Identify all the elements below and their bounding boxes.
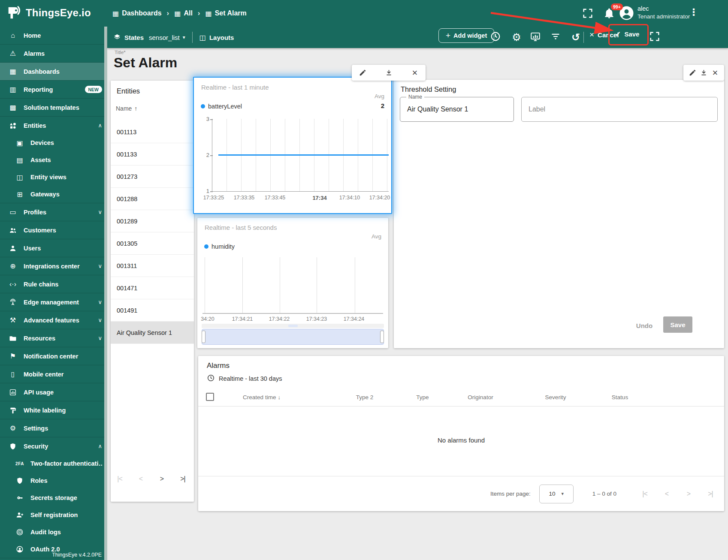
sidebar-item-home[interactable]: ⌂Home <box>0 27 107 44</box>
sidebar-item-profiles[interactable]: ▭Profiles∨ <box>0 203 107 221</box>
last-page-button[interactable]: >| <box>705 490 716 498</box>
threshold-label-input[interactable] <box>529 97 711 121</box>
state-caret-icon[interactable]: ▾ <box>183 34 185 40</box>
next-page-button[interactable]: > <box>156 475 167 483</box>
sidebar-item-advanced-features[interactable]: ⚒Advanced features∨ <box>0 311 107 329</box>
breadcrumb-item-set-alarm[interactable]: ▦Set Alarm <box>205 9 247 18</box>
edit-widget-pencil-icon[interactable] <box>358 68 367 78</box>
prev-page-button[interactable]: < <box>662 490 672 498</box>
sidebar-item-api-usage[interactable]: API usage <box>0 383 107 401</box>
chart2-range-slider[interactable] <box>202 329 384 345</box>
filters-button[interactable] <box>549 31 562 44</box>
breadcrumb-separator-icon: › <box>167 9 169 18</box>
battery-level-chart-widget[interactable]: Realtime - last 1 minute Avg batteryLeve… <box>193 77 392 214</box>
sidebar-item-customers[interactable]: Customers <box>0 221 107 239</box>
last-page-button[interactable]: >| <box>177 475 188 483</box>
alarms-column-type-2[interactable]: Type 2 <box>356 394 374 400</box>
timewindow-clock-button[interactable] <box>489 31 502 44</box>
entity-aliases-button[interactable] <box>529 31 542 44</box>
first-page-button[interactable]: |< <box>114 475 125 483</box>
breadcrumb-item-dashboards[interactable]: ▦Dashboards <box>112 9 162 18</box>
state-select[interactable]: sensor_list <box>149 34 180 41</box>
entity-row-001289[interactable]: 001289 <box>111 210 194 232</box>
export-widget-download-icon[interactable] <box>699 68 709 78</box>
threshold-save-button[interactable]: Save <box>663 316 692 333</box>
select-all-checkbox[interactable] <box>206 393 214 401</box>
export-widget-download-icon[interactable] <box>384 68 393 78</box>
layouts-button[interactable]: Layouts <box>209 34 234 41</box>
alarms-column-originator[interactable]: Originator <box>468 394 493 400</box>
alarms-column-created-time[interactable]: Created time↓ <box>243 394 281 400</box>
save-button[interactable]: ✓ Save <box>615 30 639 38</box>
entity-row-001273[interactable]: 001273 <box>111 166 194 188</box>
sidebar-item-two-factor-authenticati[interactable]: 2FATwo-factor authenticati… <box>0 455 107 472</box>
chevron-up-icon: ∧ <box>98 122 102 129</box>
alarms-column-severity[interactable]: Severity <box>545 394 566 400</box>
sidebar-item-assets[interactable]: ▤Assets <box>0 151 107 169</box>
first-page-button[interactable]: |< <box>640 490 650 498</box>
prev-page-button[interactable]: < <box>135 475 146 483</box>
remove-widget-close-icon[interactable]: × <box>710 68 720 78</box>
sidebar-item-solution-templates[interactable]: ▩Solution templates <box>0 99 107 116</box>
sidebar-item-label: Entities <box>24 122 95 129</box>
kebab-menu-icon[interactable]: ⋮ <box>689 7 698 18</box>
sidebar-item-integrations-center[interactable]: ⊕Integrations center∨ <box>0 257 107 275</box>
sidebar-item-notification-center[interactable]: ⚑Notification center <box>0 347 107 365</box>
sidebar-scrollbar[interactable] <box>104 27 107 560</box>
sidebar-item-gateways[interactable]: ⊞Gateways <box>0 186 107 203</box>
entity-row-001471[interactable]: 001471 <box>111 277 194 299</box>
sidebar-item-entity-views[interactable]: ◫Entity views <box>0 169 107 186</box>
sidebar-item-roles[interactable]: Roles <box>0 472 107 489</box>
entity-row-001491[interactable]: 001491 <box>111 299 194 322</box>
entity-row-air-quality-sensor-1[interactable]: Air Quality Sensor 1 <box>111 322 194 344</box>
threshold-name-input[interactable] <box>407 97 507 121</box>
breadcrumb-item-all[interactable]: ▦All <box>174 9 193 18</box>
sidebar-item-secrets-storage[interactable]: Secrets storage <box>0 489 107 506</box>
sidebar-item-reporting[interactable]: ▥ReportingNEW <box>0 81 107 98</box>
chart2-legend[interactable]: humidity <box>204 243 235 250</box>
add-widget-button[interactable]: + Add widget <box>438 28 494 43</box>
chart1-xtick: 17:33:45 <box>265 195 286 201</box>
sidebar-item-white-labeling[interactable]: White labeling <box>0 401 107 419</box>
alarms-timewindow-button[interactable]: Realtime - last 30 days <box>207 374 282 383</box>
sidebar-item-audit-logs[interactable]: Audit logs <box>0 524 107 541</box>
humidity-chart-widget[interactable]: Realtime - last 5 seconds Avg humidity 3… <box>197 218 388 348</box>
sidebar-item-alarms[interactable]: ⚠Alarms <box>0 45 107 62</box>
exit-fullscreen-icon[interactable] <box>582 7 594 19</box>
sidebar-item-users[interactable]: Users <box>0 239 107 257</box>
sidebar-item-devices[interactable]: ▣Devices <box>0 134 107 151</box>
range-slider-right-handle[interactable] <box>380 331 384 343</box>
items-per-page-select[interactable]: 10 ▾ <box>539 485 574 503</box>
cancel-button[interactable]: × Cancel <box>589 30 619 39</box>
entity-row-001133[interactable]: 001133 <box>111 143 194 166</box>
alarms-column-status[interactable]: Status <box>612 394 628 400</box>
app-logo[interactable]: ThingsEye.io <box>6 5 91 21</box>
entity-row-001288[interactable]: 001288 <box>111 188 194 210</box>
entity-row-001113[interactable]: 001113 <box>111 121 194 143</box>
dashboard-title[interactable]: Set Alarm <box>114 55 177 71</box>
sidebar-item-settings[interactable]: ⚙Settings <box>0 419 107 437</box>
next-page-button[interactable]: > <box>683 490 694 498</box>
threshold-undo-button[interactable]: Undo <box>629 318 660 333</box>
sidebar-item-mobile-center[interactable]: ▯Mobile center <box>0 365 107 383</box>
fullscreen-button[interactable] <box>649 30 661 42</box>
range-slider-left-handle[interactable] <box>202 331 205 343</box>
sidebar-item-dashboards[interactable]: ▦Dashboards <box>0 63 107 80</box>
chart1-legend[interactable]: batteryLevel <box>201 103 242 110</box>
remove-widget-close-icon[interactable]: × <box>410 68 420 78</box>
sidebar-item-self-registration[interactable]: Self registration <box>0 506 107 524</box>
sidebar-item-rule-chains[interactable]: ‹·›Rule chains <box>0 275 107 293</box>
dashboard-settings-gear-button[interactable]: ⚙ <box>510 31 523 44</box>
entity-row-001311[interactable]: 001311 <box>111 255 194 277</box>
sidebar-item-entities[interactable]: Entities∧ <box>0 117 107 134</box>
entity-row-001305[interactable]: 001305 <box>111 232 194 255</box>
sidebar-item-edge-management[interactable]: Edge management∨ <box>0 293 107 311</box>
alarms-column-type[interactable]: Type <box>416 394 429 400</box>
two-factor-icon: 2FA <box>15 461 25 466</box>
version-history-button[interactable]: ↺ <box>569 31 582 44</box>
chart2-zoom-rail[interactable] <box>202 324 384 328</box>
entities-name-column-header[interactable]: Name ↑ <box>116 105 137 112</box>
sidebar-item-security[interactable]: Security∧ <box>0 437 107 455</box>
sidebar-item-resources[interactable]: Resources∨ <box>0 329 107 347</box>
edit-widget-pencil-icon[interactable] <box>688 68 697 78</box>
